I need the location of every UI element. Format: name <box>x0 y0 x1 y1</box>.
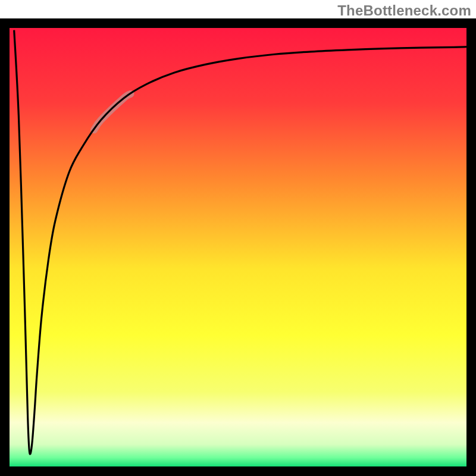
frame-top <box>0 18 476 28</box>
chart-stage: TheBottleneck.com <box>0 0 476 476</box>
plot-area <box>10 28 466 466</box>
frame-left <box>0 18 10 476</box>
watermark-text: TheBottleneck.com <box>337 2 471 19</box>
curve-line <box>14 30 466 454</box>
curve-layer <box>10 28 466 466</box>
frame-bottom <box>0 466 476 476</box>
curve-highlight <box>94 94 130 130</box>
frame-right <box>466 18 476 476</box>
